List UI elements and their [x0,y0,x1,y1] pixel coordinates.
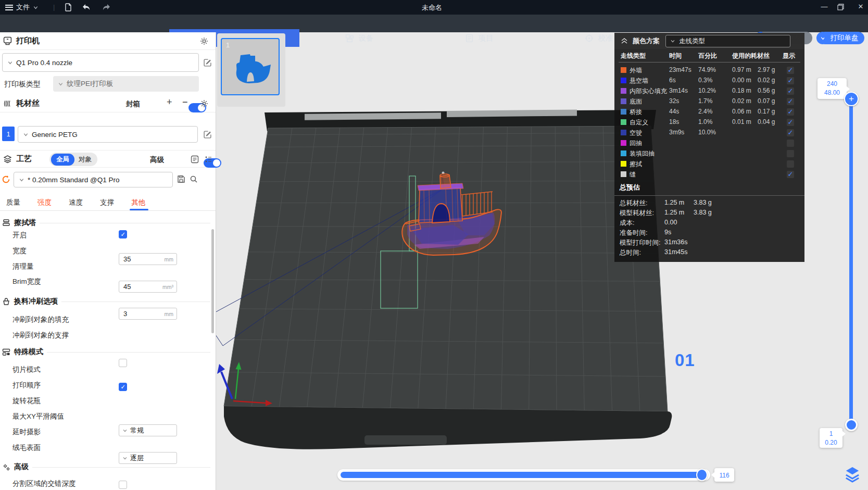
filament-settings-gear-icon[interactable] [200,99,208,108]
search-icon[interactable] [190,175,198,183]
layer-slider-bottom-tooltip: 1 0.20 [820,428,842,448]
advanced-gears-icon [2,463,10,471]
document-title: 未命名 [422,3,442,12]
slicing-mode-select[interactable]: 常规 [119,424,177,436]
save-preset-icon[interactable] [177,175,185,183]
step-value: 116 [719,472,729,479]
main-tab-bar: 准备 预览 设备 项目 校准 耗材丝 切片单盘 打印单盘 [0,15,868,32]
scope-global[interactable]: 全局 [51,154,74,166]
collapse-panel-icon[interactable] [621,37,628,44]
step-slider-fill [341,472,699,478]
layer-slider-top-tooltip: 240 48.00 [817,78,847,99]
prime-tower-enable-checkbox[interactable] [119,230,127,238]
new-project-icon[interactable] [65,3,72,11]
tab-support[interactable]: 支撑 [100,198,114,207]
show-checkbox[interactable] [787,108,794,116]
color-scheme-panel: 颜色方案 走线类型 走线类型 时间 百分比 使用的耗材丝 显示 外墙23m47s… [614,33,804,262]
tab-label: 设备 [359,33,374,43]
printer-section-header: 打印机 [0,32,216,50]
printer-settings-gear-icon[interactable] [200,37,208,45]
tab-project[interactable]: 项目 [419,29,539,47]
plate-type-value: 纹理PEI打印板 [67,79,113,89]
setting-label: Brim宽度 [12,277,41,286]
printer-preset-select[interactable]: Q1 Pro 0.4 nozzle [2,53,199,72]
filament-select[interactable]: Generic PETG [18,126,198,143]
col-line-type: 走线类型 [621,52,646,60]
totals-row: 总时间:31m45s [614,248,804,258]
chevron-down-icon [19,177,24,183]
remove-filament-button[interactable]: − [182,97,188,108]
show-checkbox[interactable] [787,87,794,95]
undo-icon[interactable] [82,4,91,11]
maximize-button[interactable] [837,4,844,10]
plate-thumbnail[interactable]: 1 [221,38,280,95]
compare-columns-icon[interactable] [204,155,212,164]
process-preset-select[interactable]: * 0.20mm Standard @Q1 Pro [14,172,173,187]
tab-speed[interactable]: 速度 [69,198,83,207]
close-button[interactable]: ✕ [854,3,867,12]
special-mode-icon [2,348,10,356]
minimize-button[interactable]: — [817,3,831,12]
section-header-advanced: 高级 [2,462,210,472]
prime-tower-width-input[interactable]: 35mm [119,253,177,265]
layer-slider-bottom-handle[interactable] [845,419,858,431]
show-checkbox[interactable] [787,129,794,136]
tab-quality[interactable]: 质量 [6,198,20,207]
legend-row: 悬空墙6s0.3%0.00 m0.02 g [614,76,804,86]
tooltip-arrow [846,86,850,92]
tab-others[interactable]: 其他 [131,198,145,207]
show-checkbox[interactable] [787,150,794,157]
show-checkbox[interactable] [787,171,794,178]
redo-icon[interactable] [102,4,110,11]
tab-strength[interactable]: 强度 [37,198,52,207]
show-checkbox[interactable] [787,160,794,168]
add-filament-button[interactable]: + [167,97,172,108]
step-slider-handle[interactable] [696,469,708,481]
line-type-swatch [621,88,626,94]
layers-view-icon[interactable] [845,466,860,483]
scope-switch[interactable]: 全局 对象 [49,153,97,166]
print-plate-button[interactable]: 打印单盘 [824,32,864,44]
layer-top-value: 240 [817,80,847,89]
edit-filament-icon[interactable] [203,130,212,139]
show-checkbox[interactable] [787,119,794,126]
setting-label: 开启 [12,231,27,240]
show-checkbox[interactable] [787,98,794,105]
tab-device[interactable]: 设备 [299,29,419,47]
calibrate-icon [585,34,594,43]
edit-printer-icon[interactable] [203,58,212,67]
printer-section-title: 打印机 [16,36,40,46]
plate-type-select[interactable]: 纹理PEI打印板 [53,76,199,92]
file-menu-label: 文件 [16,3,30,12]
filament-slot-badge[interactable]: 1 [2,127,15,141]
flush-to-support-checkbox[interactable] [119,383,127,391]
show-checkbox[interactable] [787,77,794,84]
file-menu[interactable]: 文件 [5,0,39,15]
device-icon [345,34,354,43]
scope-object[interactable]: 对象 [74,154,96,166]
setting-list-icon[interactable] [191,155,199,164]
process-section-header: 工艺 全局 对象 高级 [0,150,216,168]
brim-width-input[interactable]: 3mm [119,308,177,320]
active-tab-underline [130,209,148,210]
color-scheme-select[interactable]: 走线类型 [665,35,790,47]
spiral-vase-checkbox[interactable] [119,481,127,489]
legend-row: 回抽 [614,138,804,148]
sidebar-scrollbar[interactable] [211,229,214,333]
setting-label: 旋转花瓶 [12,396,41,406]
process-icon [3,155,12,164]
totals-row: 总耗材丝:1.25 m3.83 g [614,199,804,208]
flush-to-infill-checkbox[interactable] [119,359,127,367]
box-label: 封箱 [126,99,140,109]
layer-range-slider[interactable] [849,102,853,424]
show-checkbox[interactable] [787,67,794,74]
setting-label: 分割区域的交错深度 [12,479,76,488]
show-checkbox[interactable] [787,140,794,147]
reset-preset-icon[interactable] [2,175,10,184]
filament-icon [3,99,12,108]
layer-slider-top-handle[interactable]: + [844,92,859,106]
line-type-swatch [621,109,626,115]
build-plate-top [224,126,668,411]
setting-label: 打印顺序 [12,381,41,390]
purge-volume-input[interactable]: 45mm³ [119,281,177,293]
